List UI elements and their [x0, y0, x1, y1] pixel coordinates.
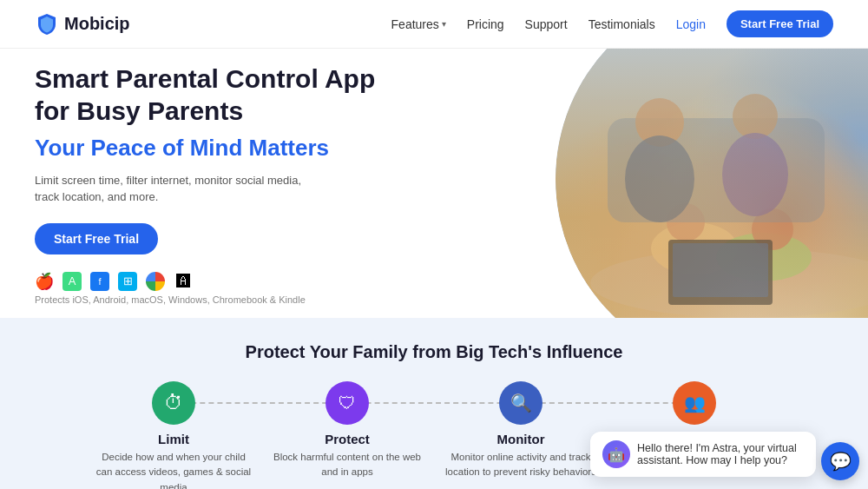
hero-image [434, 49, 868, 318]
feature-limit-desc: Decide how and when your child can acces… [95, 450, 252, 489]
svg-point-9 [625, 135, 694, 222]
windows-icon: ⊞ [118, 272, 137, 291]
svg-rect-6 [673, 243, 768, 297]
feature-protect: 🛡 Protect Block harmful content on the w… [260, 381, 434, 480]
hero-description: Limit screen time, filter internet, moni… [35, 172, 312, 206]
chevron-down-icon: ▾ [442, 19, 446, 29]
header-start-free-trial-button[interactable]: Start Free Trial [727, 10, 833, 37]
platform-text: Protects iOS, Android, macOS, Windows, C… [35, 294, 434, 305]
monitor-icon: 🔍 [510, 393, 532, 413]
feature-protect-name: Protect [269, 432, 425, 446]
android-icon: A [62, 272, 82, 291]
hero-text-area: Smart Parental Control App for Busy Pare… [35, 63, 434, 305]
hero-title: Smart Parental Control App for Busy Pare… [35, 63, 434, 128]
nav-testimonials[interactable]: Testimonials [589, 17, 655, 31]
monitor-icon-wrap: 🔍 [499, 381, 542, 425]
hero-subtitle: Your Peace of Mind Matters [35, 135, 434, 162]
limit-icon-wrap: ⏱ [152, 381, 195, 425]
login-link[interactable]: Login [676, 17, 706, 31]
family-photo [556, 49, 868, 318]
chrome-icon [146, 272, 165, 291]
family-illustration [556, 49, 868, 318]
protect-icon: 🛡 [339, 393, 356, 413]
main-nav: Features ▾ Pricing Support Testimonials … [391, 10, 833, 37]
hero-section: Smart Parental Control App for Busy Pare… [0, 49, 868, 318]
feature-monitor: 🔍 Monitor Monitor online activity and tr… [434, 381, 608, 480]
logo-shield-icon [35, 12, 59, 36]
shield-background [556, 49, 868, 318]
chat-avatar: 🤖 [602, 440, 630, 468]
collaborate-icon: 👥 [684, 393, 706, 413]
chat-widget[interactable]: 🤖 Hello there! I'm Astra, your virtual a… [590, 432, 816, 477]
logo[interactable]: Mobicip [35, 12, 130, 36]
chat-message: Hello there! I'm Astra, your virtual ass… [637, 442, 804, 466]
amazon-icon: 🅰 [174, 272, 193, 291]
nav-support[interactable]: Support [525, 17, 568, 31]
nav-features[interactable]: Features ▾ [391, 17, 446, 31]
svg-point-10 [733, 94, 778, 139]
svg-point-11 [722, 133, 788, 216]
feature-monitor-name: Monitor [443, 432, 599, 446]
logo-text: Mobicip [64, 14, 130, 34]
feature-limit: ⏱ Limit Decide how and when your child c… [87, 381, 260, 489]
nav-pricing[interactable]: Pricing [467, 17, 504, 31]
platform-icons-row: 🍎 A f ⊞ 🅰 [35, 272, 434, 291]
features-section-title: Protect Your Family from Big Tech's Infl… [35, 342, 833, 362]
meta-icon: f [90, 272, 109, 291]
chat-bubble-button[interactable]: 💬 [821, 442, 859, 480]
header: Mobicip Features ▾ Pricing Support Testi… [0, 0, 868, 49]
protect-icon-wrap: 🛡 [326, 381, 369, 425]
feature-protect-desc: Block harmful content on the web and in … [269, 450, 425, 480]
limit-icon: ⏱ [164, 392, 183, 414]
collaborate-icon-wrap: 👥 [673, 381, 716, 425]
apple-icon: 🍎 [35, 272, 54, 291]
feature-limit-name: Limit [95, 432, 252, 446]
hero-start-free-trial-button[interactable]: Start Free Trial [35, 223, 158, 254]
feature-monitor-desc: Monitor online activity and track locati… [443, 450, 599, 480]
